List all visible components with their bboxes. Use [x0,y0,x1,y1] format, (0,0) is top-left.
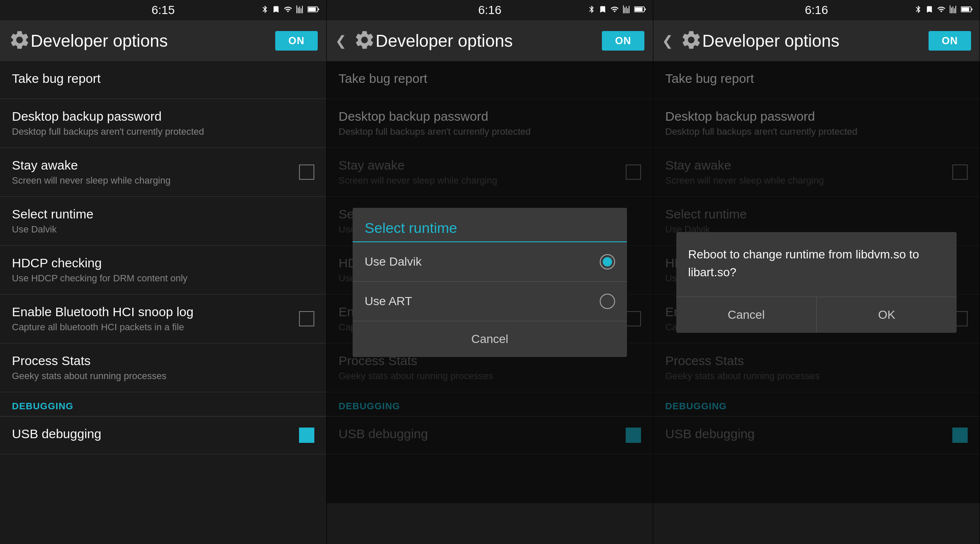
wifi-status-icon [283,5,293,15]
checkbox-stay-awake[interactable] [299,164,314,180]
back-arrow-icon[interactable]: ❮ [662,33,673,49]
notification-status-icon [598,5,607,15]
battery-status-icon [634,5,646,15]
notification-status-icon [272,5,280,15]
dialog-option-use-dalvik[interactable]: Use Dalvik [353,242,627,282]
page-title: Developer options [376,31,602,51]
notification-status-icon [925,5,934,15]
menu-item-subtitle-process-stats: Geeky stats about running processes [12,371,314,382]
cancel-button[interactable]: Cancel [676,297,817,333]
menu-item-title-select-runtime: Select runtime [12,207,314,221]
menu-item-subtitle-bluetooth-hci: Capture all bluetooth HCI packets in a f… [12,322,194,333]
menu-item-hdcp-checking[interactable]: HDCP checking Use HDCP checking for DRM … [0,246,326,295]
back-arrow-icon[interactable]: ❮ [335,33,347,49]
screens-container: 6:15 Developer options ON Take bug repor… [0,0,980,544]
developer-options-toggle[interactable]: ON [929,31,971,51]
screen-3: 6:16 ❮ Developer options ON Take bug rep… [653,0,980,544]
content-area: Take bug report Desktop backup password … [0,61,326,544]
top-bar: Developer options ON [0,20,326,61]
dialog-option-label: Use Dalvik [365,255,422,269]
page-title: Developer options [702,31,929,51]
status-bar: 6:15 [0,0,326,20]
menu-item-subtitle-hdcp-checking: Use HDCP checking for DRM content only [12,273,314,284]
battery-status-icon [961,5,973,15]
status-time: 6:16 [478,3,501,17]
top-bar: ❮ Developer options ON [653,20,980,61]
dialog-option-label: Use ART [365,295,412,308]
confirm-dialog: Reboot to change runtime from libdvm.so … [676,232,957,333]
wifi-status-icon [936,5,946,15]
menu-item-backup-password[interactable]: Desktop backup password Desktop full bac… [0,99,326,148]
svg-rect-3 [635,8,643,11]
radio-inner [603,257,612,266]
status-bar: 6:16 [327,0,653,20]
menu-item-title-bluetooth-hci: Enable Bluetooth HCI snoop log [12,305,194,319]
radio-button[interactable] [600,254,615,269]
status-icons [261,5,319,15]
select-runtime-dialog: Select runtime Use Dalvik Use ART [353,208,627,357]
svg-rect-1 [308,8,316,11]
bluetooth-status-icon [587,5,596,15]
menu-item-bug-report[interactable]: Take bug report [0,61,326,99]
ok-button[interactable]: OK [817,297,957,333]
signal-status-icon [296,5,305,15]
section-label-debugging-label: DEBUGGING [0,392,326,416]
checkbox-bluetooth-hci[interactable] [299,311,314,326]
status-time: 6:15 [151,3,175,17]
status-icons [914,5,973,15]
menu-item-bluetooth-hci[interactable]: Enable Bluetooth HCI snoop log Capture a… [0,295,326,343]
battery-status-icon [308,5,319,15]
menu-item-title-backup-password: Desktop backup password [12,109,314,124]
developer-options-toggle[interactable]: ON [275,31,318,51]
menu-item-stay-awake[interactable]: Stay awake Screen will never sleep while… [0,148,326,197]
bluetooth-status-icon [914,5,923,15]
menu-item-title-stay-awake: Stay awake [12,158,171,173]
menu-item-usb-debugging[interactable]: USB debugging [0,416,326,454]
menu-item-process-stats[interactable]: Process Stats Geeky stats about running … [0,343,326,392]
screen-1: 6:15 Developer options ON Take bug repor… [0,0,327,544]
bluetooth-status-icon [261,5,269,15]
dialog-overlay: Select runtime Use Dalvik Use ART [327,61,653,503]
wifi-status-icon [610,5,620,15]
menu-item-subtitle-stay-awake: Screen will never sleep while charging [12,175,171,186]
top-bar: ❮ Developer options ON [327,20,653,61]
menu-item-title-process-stats: Process Stats [12,354,314,368]
developer-options-toggle[interactable]: ON [602,31,644,51]
checkbox-usb-debugging[interactable] [299,428,314,443]
gear-icon [9,29,31,53]
menu-item-select-runtime[interactable]: Select runtime Use Dalvik [0,197,326,246]
page-title: Developer options [31,31,275,51]
status-time: 6:16 [805,3,828,17]
menu-item-title-usb-debugging: USB debugging [12,427,101,441]
menu-item-subtitle-select-runtime: Use Dalvik [12,224,314,235]
gear-icon [353,29,376,53]
signal-status-icon [949,5,958,15]
menu-item-subtitle-backup-password: Desktop full backups aren't currently pr… [12,126,314,137]
radio-button[interactable] [600,294,615,309]
dialog-option-use-art[interactable]: Use ART [353,282,627,321]
confirm-buttons: Cancel OK [676,297,957,333]
gear-icon [680,29,702,53]
content-area: Take bug report Desktop backup password … [653,61,980,544]
screen-2: 6:16 ❮ Developer options ON Take bug rep… [327,0,653,544]
dialog-cancel-button[interactable]: Cancel [353,321,627,357]
menu-item-title-bug-report: Take bug report [12,71,314,86]
menu-item-title-hdcp-checking: HDCP checking [12,256,314,270]
confirm-message: Reboot to change runtime from libdvm.so … [676,232,957,297]
dialog-title: Select runtime [353,208,627,236]
status-icons [587,5,646,15]
svg-rect-5 [962,8,969,11]
signal-status-icon [622,5,632,15]
status-bar: 6:16 [653,0,980,20]
content-area: Take bug report Desktop backup password … [327,61,653,544]
dialog-overlay: Reboot to change runtime from libdvm.so … [653,61,980,503]
